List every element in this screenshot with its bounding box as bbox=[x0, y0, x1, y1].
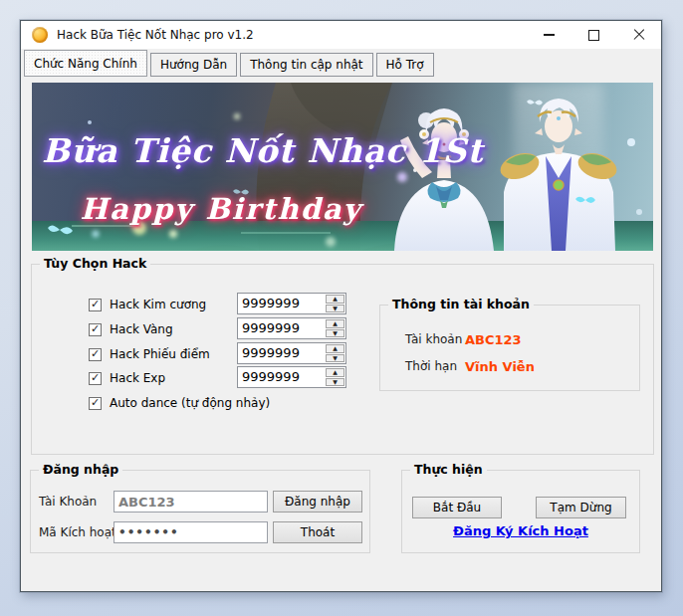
actions-group-title: Thực hiện bbox=[410, 462, 487, 477]
hack-option-label: Hack Phiếu điểm bbox=[110, 347, 210, 361]
vang-amount-spinner[interactable]: 9999999 ▲ ▼ bbox=[237, 317, 346, 339]
hack-option-row: ✓ Auto dance (tự động nhảy) bbox=[89, 395, 270, 411]
hack-option-row: ✓ Hack Exp bbox=[89, 370, 165, 386]
banner-subtitle: Happy Birthday bbox=[32, 192, 410, 226]
spin-down-button[interactable]: ▼ bbox=[326, 354, 344, 363]
arrow-down-icon: ▼ bbox=[333, 306, 338, 311]
app-window: Hack Bữa Tiệc Nốt Nhạc pro v1.2 Chức Năn… bbox=[20, 20, 662, 592]
spinner-buttons: ▲ ▼ bbox=[325, 343, 345, 363]
hack-options-group: Tùy Chọn Hack ✓ Hack Kim cương ✓ Hack Và… bbox=[31, 264, 654, 455]
expiry-row: Thời hạn Vĩnh Viễn bbox=[405, 358, 535, 374]
spinner-value[interactable]: 9999999 bbox=[238, 367, 325, 387]
arrow-up-icon: ▲ bbox=[333, 345, 338, 351]
tab-instructions[interactable]: Hướng Dẫn bbox=[150, 53, 237, 77]
arrow-down-icon: ▼ bbox=[333, 355, 338, 361]
arrow-down-icon: ▼ bbox=[333, 379, 338, 385]
tab-bar: Chức Năng Chính Hướng Dẫn Thông tin cập … bbox=[21, 49, 661, 77]
activation-code-input[interactable] bbox=[114, 521, 268, 543]
banner-title: Bữa Tiệc Nốt Nhạc 1St bbox=[42, 131, 484, 170]
spin-up-button[interactable]: ▲ bbox=[326, 295, 344, 304]
expiry-label: Thời hạn bbox=[405, 359, 465, 373]
checkbox-hack-vang[interactable]: ✓ bbox=[89, 323, 102, 336]
exp-amount-spinner[interactable]: 9999999 ▲ ▼ bbox=[237, 366, 346, 388]
spin-up-button[interactable]: ▲ bbox=[326, 344, 344, 353]
start-button[interactable]: Bắt Đầu bbox=[412, 497, 502, 518]
spin-down-button[interactable]: ▼ bbox=[326, 329, 344, 338]
hack-option-label: Hack Exp bbox=[110, 371, 165, 385]
spinner-buttons: ▲ ▼ bbox=[325, 294, 345, 313]
check-icon: ✓ bbox=[91, 372, 100, 383]
checkbox-hack-kim-cuong[interactable]: ✓ bbox=[89, 299, 102, 311]
check-icon: ✓ bbox=[91, 323, 100, 334]
spinner-value[interactable]: 9999999 bbox=[238, 318, 325, 338]
maximize-button[interactable] bbox=[571, 21, 616, 49]
hack-option-label: Auto dance (tự động nhảy) bbox=[110, 396, 270, 410]
spinner-value[interactable]: 9999999 bbox=[238, 294, 325, 313]
hack-option-label: Hack Kim cương bbox=[110, 298, 206, 311]
account-value: ABC123 bbox=[465, 332, 522, 347]
phieu-diem-amount-spinner[interactable]: 9999999 ▲ ▼ bbox=[237, 342, 346, 364]
hack-option-label: Hack Vàng bbox=[110, 322, 173, 336]
activation-code-label: Mã Kích hoạt bbox=[39, 525, 116, 539]
spin-down-button[interactable]: ▼ bbox=[326, 378, 344, 387]
close-icon bbox=[633, 29, 645, 41]
check-icon: ✓ bbox=[91, 348, 100, 359]
checkbox-hack-phieu-diem[interactable]: ✓ bbox=[89, 348, 102, 361]
checkbox-auto-dance[interactable]: ✓ bbox=[89, 397, 102, 410]
login-group: Đăng nhập Tài Khoản Mã Kích hoạt Đăng nh… bbox=[30, 470, 370, 553]
spinner-buttons: ▲ ▼ bbox=[325, 367, 345, 387]
checkbox-hack-exp[interactable]: ✓ bbox=[89, 372, 102, 385]
register-activation-link[interactable]: Đăng Ký Kích Hoạt bbox=[402, 523, 639, 538]
actions-group: Thực hiện Bắt Đầu Tạm Dừng Đăng Ký Kích … bbox=[401, 470, 640, 553]
account-label: Tài khoản bbox=[405, 332, 465, 346]
tab-main-features[interactable]: Chức Năng Chính bbox=[24, 50, 147, 77]
spin-down-button[interactable]: ▼ bbox=[326, 305, 344, 313]
close-button[interactable] bbox=[616, 21, 661, 49]
check-icon: ✓ bbox=[91, 397, 100, 408]
minimize-icon bbox=[544, 34, 555, 36]
maximize-icon bbox=[588, 30, 599, 41]
minimize-button[interactable] bbox=[527, 21, 571, 49]
login-button[interactable]: Đăng nhập bbox=[273, 491, 362, 513]
coin-app-icon bbox=[32, 27, 48, 43]
hack-option-row: ✓ Hack Vàng bbox=[89, 321, 173, 337]
arrow-up-icon: ▲ bbox=[333, 369, 338, 375]
account-info-group-title: Thông tin tài khoản bbox=[388, 297, 534, 311]
banner-image: Bữa Tiệc Nốt Nhạc 1St Happy Birthday bbox=[32, 83, 653, 251]
window-title: Hack Bữa Tiệc Nốt Nhạc pro v1.2 bbox=[57, 21, 254, 49]
tab-support[interactable]: Hỗ Trợ bbox=[376, 53, 434, 77]
spinner-buttons: ▲ ▼ bbox=[325, 318, 345, 338]
arrow-up-icon: ▲ bbox=[333, 296, 338, 302]
expiry-value: Vĩnh Viễn bbox=[465, 359, 535, 374]
username-input[interactable] bbox=[114, 491, 268, 513]
arrow-up-icon: ▲ bbox=[333, 320, 338, 326]
spin-up-button[interactable]: ▲ bbox=[326, 368, 344, 377]
kim-cuong-amount-spinner[interactable]: 9999999 ▲ ▼ bbox=[237, 293, 346, 314]
account-row: Tài khoản ABC123 bbox=[405, 331, 522, 347]
spinner-value[interactable]: 9999999 bbox=[238, 343, 325, 363]
account-info-group: Thông tin tài khoản Tài khoản ABC123 Thờ… bbox=[379, 305, 640, 391]
hack-option-row: ✓ Hack Phiếu điểm bbox=[89, 346, 210, 362]
window-controls bbox=[527, 21, 661, 49]
spin-up-button[interactable]: ▲ bbox=[326, 319, 344, 328]
exit-button[interactable]: Thoát bbox=[273, 521, 362, 543]
login-group-title: Đăng nhập bbox=[39, 462, 122, 477]
arrow-down-icon: ▼ bbox=[333, 330, 338, 336]
hack-option-row: ✓ Hack Kim cương bbox=[89, 297, 206, 312]
pause-button[interactable]: Tạm Dừng bbox=[536, 497, 626, 518]
username-label: Tài Khoản bbox=[39, 495, 97, 509]
tab-update-info[interactable]: Thông tin cập nhật bbox=[240, 53, 372, 77]
hack-options-group-title: Tùy Chọn Hack bbox=[40, 256, 150, 271]
check-icon: ✓ bbox=[91, 299, 100, 309]
titlebar[interactable]: Hack Bữa Tiệc Nốt Nhạc pro v1.2 bbox=[21, 21, 661, 49]
